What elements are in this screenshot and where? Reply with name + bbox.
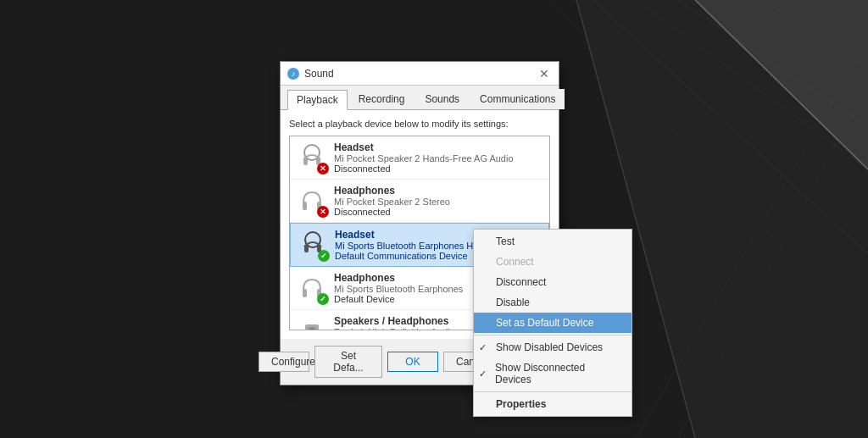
device-icon-wrapper-3: ✓ [297, 273, 327, 303]
tab-communications[interactable]: Communications [470, 89, 565, 109]
ctx-item-disable[interactable]: Disable [474, 292, 632, 313]
ctx-item-disconnect[interactable]: Disconnect [474, 272, 632, 292]
ctx-separator-1 [474, 335, 632, 335]
status-badge-1: ✕ [317, 206, 329, 218]
title-left: ♪ Sound [287, 68, 334, 80]
ctx-item-show-disabled[interactable]: ✓ Show Disabled Devices [474, 337, 632, 358]
ctx-label-show-disabled: Show Disabled Devices [496, 341, 603, 353]
ctx-item-properties[interactable]: Properties [474, 394, 632, 414]
tab-bar: Playback Recording Sounds Communications [281, 86, 559, 110]
ctx-item-set-default[interactable]: Set as Default Device [474, 313, 632, 333]
device-item-1[interactable]: ✕ Headphones Mi Pocket Speaker 2 Stereo … [290, 180, 549, 223]
ctx-label-show-disconnected: Show Disconnected Devices [495, 362, 615, 385]
ctx-label-disable: Disable [496, 297, 530, 308]
ctx-check-show-disabled: ✓ [479, 342, 489, 353]
ctx-item-show-disconnected[interactable]: ✓ Show Disconnected Devices [474, 358, 632, 390]
sound-icon: ♪ [287, 68, 299, 80]
dialog-title: Sound [304, 68, 334, 80]
device-sub-1: Mi Pocket Speaker 2 Stereo [334, 197, 542, 207]
svg-rect-20 [303, 289, 307, 297]
speaker-icon-4 [297, 316, 327, 330]
device-info-0: Headset Mi Pocket Speaker 2 Hands-Free A… [334, 141, 542, 174]
status-badge-2: ✓ [318, 250, 330, 262]
ctx-item-connect: Connect [474, 252, 632, 272]
device-icon-wrapper-4 [297, 316, 327, 330]
device-item-0[interactable]: ✕ Headset Mi Pocket Speaker 2 Hands-Free… [290, 136, 549, 180]
dialog-titlebar: ♪ Sound ✕ [281, 62, 559, 86]
ok-button[interactable]: OK [387, 352, 438, 372]
device-name-1: Headphones [334, 185, 542, 197]
svg-point-24 [310, 330, 314, 330]
ctx-label-properties: Properties [496, 398, 546, 410]
ctx-separator-2 [474, 391, 632, 392]
tab-recording[interactable]: Recording [349, 89, 415, 109]
close-button[interactable]: ✕ [537, 66, 552, 81]
device-icon-wrapper-2: ✓ [298, 230, 328, 260]
context-menu: Test Connect Disconnect Disable Set as D… [473, 229, 632, 417]
configure-button[interactable]: Configure [259, 352, 309, 372]
set-default-button[interactable]: Set Defa... [314, 346, 382, 378]
device-icon-wrapper-1: ✕ [297, 186, 327, 216]
instruction-text: Select a playback device below to modify… [289, 119, 550, 129]
device-sub-0: Mi Pocket Speaker 2 Hands-Free AG Audio [334, 153, 542, 164]
ctx-label-connect: Connect [496, 256, 534, 268]
ctx-label-test: Test [496, 236, 515, 247]
ctx-check-show-disconnected: ✓ [479, 369, 488, 380]
tab-sounds[interactable]: Sounds [415, 89, 469, 109]
status-badge-3: ✓ [317, 293, 329, 305]
status-badge-0: ✕ [317, 163, 329, 175]
ctx-label-disconnect: Disconnect [496, 276, 546, 288]
device-status-0: Disconnected [334, 164, 542, 174]
ctx-label-set-default: Set as Default Device [496, 317, 593, 329]
ctx-item-test[interactable]: Test [474, 231, 632, 252]
svg-rect-15 [303, 202, 307, 210]
device-info-1: Headphones Mi Pocket Speaker 2 Stereo Di… [334, 185, 542, 217]
device-status-1: Disconnected [334, 207, 542, 217]
device-icon-wrapper-0: ✕ [297, 142, 327, 173]
tab-playback[interactable]: Playback [287, 90, 348, 110]
device-name-0: Headset [334, 141, 542, 153]
